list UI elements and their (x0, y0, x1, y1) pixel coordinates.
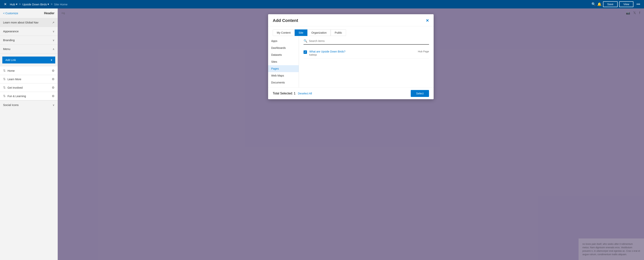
category-datasets[interactable]: Datasets (268, 51, 299, 58)
chevron-up-icon: ∧ (52, 47, 54, 51)
tab-public[interactable]: Public (331, 29, 346, 36)
main-layout: < Customize Header Learn more about Glob… (0, 8, 644, 260)
breadcrumb-separator-1: > (19, 2, 21, 6)
sidebar-item-appearance[interactable]: Appearance ∨ (0, 27, 58, 36)
settings-icon[interactable]: ⚙ (52, 69, 54, 72)
hub-chevron-icon: ▾ (16, 2, 18, 6)
checkbox-check-icon: ✓ (304, 51, 306, 53)
search-icon: 🔍 (304, 39, 307, 43)
settings-icon[interactable]: ⚙ (52, 94, 54, 98)
more-options-icon[interactable]: ••• (635, 1, 642, 7)
sidebar-panel: < Customize Header Learn more about Glob… (0, 8, 58, 260)
content-item: ✓ What are Upside Down Birds? katieqa Hu… (304, 48, 429, 59)
menu-item-get-involved-label: Get Involved (8, 86, 23, 89)
hub-menu[interactable]: Hub ▾ (10, 2, 18, 6)
settings-icon[interactable]: ⚙ (52, 77, 54, 81)
branding-label: Branding (3, 38, 15, 42)
modal-tab-bar: My Content Site Organization Public (268, 26, 434, 36)
learn-more-global-nav-item[interactable]: Learn more about Global Nav ↗ (0, 18, 58, 27)
drag-handle-icon[interactable]: ⇅ (3, 69, 6, 72)
drag-handle-icon[interactable]: ⇅ (3, 77, 6, 81)
top-bar-actions: 🔍 🔔 Save View ••• (592, 1, 642, 7)
tab-site[interactable]: Site (295, 29, 307, 36)
menu-item-home-label: Home (8, 69, 15, 72)
back-to-customize-button[interactable]: < Customize (3, 12, 18, 15)
total-selected-label: Total Selected: 1 (273, 92, 296, 95)
deselect-all-button[interactable]: Deselect All (298, 92, 312, 95)
modal-overlay: Add Content ✕ My Content Site Organizati… (58, 8, 644, 260)
select-button[interactable]: Select (411, 90, 429, 97)
selection-info: Total Selected: 1 Deselect All (273, 92, 312, 95)
view-button[interactable]: View (619, 1, 634, 7)
category-pages[interactable]: Pages (268, 65, 299, 72)
external-link-icon: ↗ (52, 21, 54, 24)
settings-icon[interactable]: ⚙ (52, 86, 54, 89)
chevron-down-icon: ∨ (52, 103, 54, 107)
menu-item-home: ⇅ Home ⚙ (0, 66, 58, 75)
sidebar-item-menu[interactable]: Menu ∧ (0, 45, 58, 53)
sidebar-item-branding[interactable]: Branding ∨ (0, 36, 58, 45)
modal-header: Add Content ✕ (268, 14, 434, 26)
category-list: Apps Dashboards Datasets Sites Pages Web… (268, 36, 299, 87)
sidebar-header: < Customize Header (0, 8, 58, 18)
item-type: Hub Page (418, 50, 429, 53)
menu-item-fun-learning-label: Fun & Learning (8, 95, 26, 98)
category-sites[interactable]: Sites (268, 58, 299, 65)
modal-footer: Total Selected: 1 Deselect All Select (268, 87, 434, 99)
site-chevron-icon: ▾ (48, 2, 49, 6)
add-link-arrow-icon: ▾ (51, 58, 52, 61)
add-link-button[interactable]: Add Link ▾ (2, 56, 55, 63)
social-icons-label: Social Icons (3, 103, 19, 107)
add-link-container: Add Link ▾ (0, 53, 58, 66)
site-name-label: Upside Down Birds (22, 3, 47, 6)
item-author: katieqa (309, 53, 416, 56)
drag-handle-icon[interactable]: ⇅ (3, 86, 6, 89)
menu-label: Menu (3, 47, 10, 51)
appearance-label: Appearance (3, 30, 19, 33)
menu-item-learn-more-label: Learn More (8, 78, 21, 81)
modal-title: Add Content (273, 18, 298, 23)
content-list: 🔍 ✓ What are Upside Down Birds? katieqa (299, 36, 434, 87)
category-apps[interactable]: Apps (268, 37, 299, 44)
breadcrumb-separator-2: > (50, 2, 52, 6)
search-input[interactable] (309, 39, 429, 42)
tab-organization[interactable]: Organization (307, 29, 331, 36)
search-bar: 🔍 (304, 39, 429, 45)
bell-icon[interactable]: 🔔 (597, 2, 602, 6)
category-web-maps[interactable]: Web Maps (268, 72, 299, 79)
item-title[interactable]: What are Upside Down Birds? (309, 50, 416, 53)
learn-more-global-nav-label: Learn more about Global Nav (3, 21, 38, 24)
drag-handle-icon[interactable]: ⇅ (3, 94, 6, 98)
save-button[interactable]: Save (603, 1, 618, 7)
hub-label: Hub (10, 3, 15, 6)
chevron-down-icon: ∨ (52, 39, 54, 42)
chevron-down-icon: ∨ (52, 30, 54, 33)
menu-item-fun-learning: ⇅ Fun & Learning ⚙ (0, 92, 58, 100)
item-info: What are Upside Down Birds? katieqa (309, 50, 416, 56)
add-content-modal: Add Content ✕ My Content Site Organizati… (268, 14, 434, 99)
sidebar-item-social-icons[interactable]: Social Icons ∨ (0, 100, 58, 109)
site-home-breadcrumb: Site Home (54, 3, 68, 6)
menu-item-get-involved: ⇅ Get Involved ⚙ (0, 83, 58, 92)
site-name-breadcrumb[interactable]: Upside Down Birds ▾ (22, 2, 49, 6)
category-documents[interactable]: Documents (268, 79, 299, 86)
top-navigation-bar: ✕ Hub ▾ > Upside Down Birds ▾ > Site Hom… (0, 0, 644, 8)
tab-my-content[interactable]: My Content (273, 29, 295, 36)
add-link-label: Add Link (6, 58, 16, 61)
site-content-area: ing 📷 𝕏 f no loves pain itself, who seek… (58, 8, 644, 260)
modal-body: Apps Dashboards Datasets Sites Pages Web… (268, 36, 434, 87)
item-checkbox[interactable]: ✓ (304, 50, 307, 54)
menu-item-learn-more: ⇅ Learn More ⚙ (0, 75, 58, 83)
sidebar-section-title: Header (44, 11, 54, 15)
close-icon[interactable]: ✕ (2, 1, 8, 7)
search-icon[interactable]: 🔍 (592, 2, 596, 6)
modal-close-button[interactable]: ✕ (426, 18, 429, 23)
category-dashboards[interactable]: Dashboards (268, 44, 299, 51)
